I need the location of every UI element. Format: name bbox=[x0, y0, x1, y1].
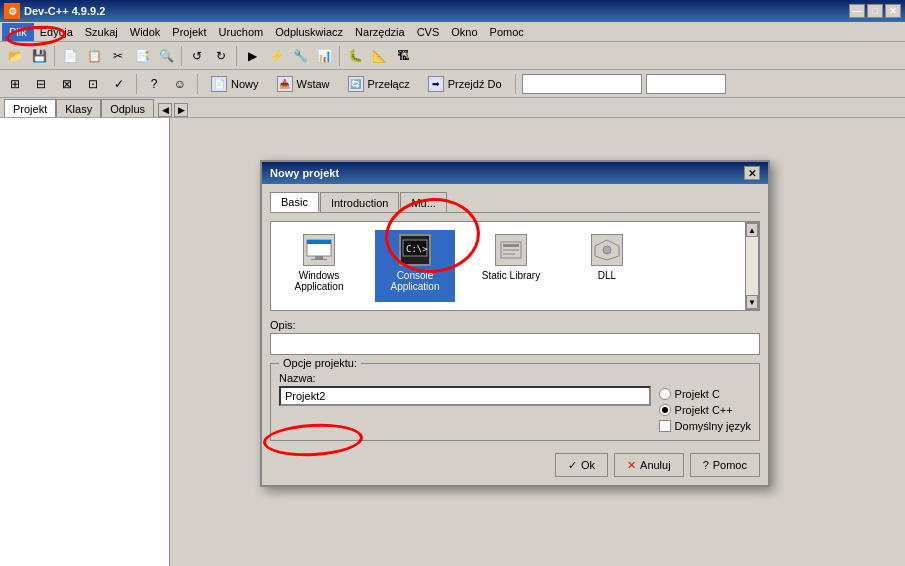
tb-goto-label-btn[interactable]: ➡ Przejdź Do bbox=[421, 73, 509, 95]
menu-cvs[interactable]: CVS bbox=[411, 23, 446, 41]
dialog-tab-intro[interactable]: Introduction bbox=[320, 192, 399, 212]
checkbox-lang-label: Domyślny język bbox=[675, 420, 751, 432]
toolbar-secondary: ⊞ ⊟ ⊠ ⊡ ✓ ? ☺ 📄 Nowy 📥 Wstaw 🔄 Przełącz … bbox=[0, 70, 905, 98]
opis-label: Opis: bbox=[270, 319, 760, 331]
switch-label: Przełącz bbox=[368, 78, 410, 90]
scrollbar-track[interactable] bbox=[746, 237, 758, 295]
radio-cpp-btn[interactable] bbox=[659, 404, 671, 416]
toolbar-dropdown1[interactable] bbox=[522, 74, 642, 94]
console-app-icon: C:\> bbox=[399, 234, 431, 266]
tb-run-btn[interactable]: ⚡ bbox=[265, 45, 287, 67]
svg-rect-8 bbox=[503, 249, 519, 251]
sep6 bbox=[197, 74, 198, 94]
dialog-tab-basic[interactable]: Basic bbox=[270, 192, 319, 212]
nazwa-section: Nazwa: bbox=[279, 372, 651, 406]
tb-switch-label-btn[interactable]: 🔄 Przełącz bbox=[341, 73, 417, 95]
menu-okno[interactable]: Okno bbox=[445, 23, 483, 41]
tb-cut-btn[interactable]: ✂ bbox=[107, 45, 129, 67]
tb-extra5[interactable]: 🏗 bbox=[392, 45, 414, 67]
project-type-windows[interactable]: Windows Application bbox=[279, 230, 359, 302]
menu-odpluskwiacz[interactable]: Odpluskwiacz bbox=[269, 23, 349, 41]
menu-widok[interactable]: Widok bbox=[124, 23, 167, 41]
project-grid-scrollbar[interactable]: ▲ ▼ bbox=[745, 222, 759, 310]
insert-icon: 📥 bbox=[277, 76, 293, 92]
panel-nav: ◀ ▶ bbox=[158, 103, 188, 117]
tb-redo-btn[interactable]: ↻ bbox=[210, 45, 232, 67]
radio-cpp-label: Projekt C++ bbox=[675, 404, 733, 416]
tb-new-btn[interactable]: 📄 bbox=[59, 45, 81, 67]
tb-smiley-btn[interactable]: ☺ bbox=[169, 73, 191, 95]
ok-check-icon: ✓ bbox=[568, 459, 577, 472]
tb-open-btn[interactable]: 📂 bbox=[4, 45, 26, 67]
tb-copy-btn[interactable]: 📋 bbox=[83, 45, 105, 67]
checkbox-lang-row: Domyślny język bbox=[659, 420, 751, 432]
insert-label: Wstaw bbox=[297, 78, 330, 90]
toolbar-dropdown2[interactable] bbox=[646, 74, 726, 94]
cancel-x-icon: ✕ bbox=[627, 459, 636, 472]
new-icon: 📄 bbox=[211, 76, 227, 92]
menu-plik[interactable]: Plik bbox=[2, 23, 34, 41]
ok-button[interactable]: ✓ Ok bbox=[555, 453, 608, 477]
svg-text:C:\>: C:\> bbox=[406, 244, 428, 254]
tab-klasy[interactable]: Klasy bbox=[56, 99, 101, 117]
tb-new-label-btn[interactable]: 📄 Nowy bbox=[204, 73, 266, 95]
project-type-console[interactable]: C:\> Console Application bbox=[375, 230, 455, 302]
tb-check-btn[interactable]: ✓ bbox=[108, 73, 130, 95]
sep5 bbox=[136, 74, 137, 94]
tb-paste-btn[interactable]: 📑 bbox=[131, 45, 153, 67]
panel-nav-prev[interactable]: ◀ bbox=[158, 103, 172, 117]
radio-c-label: Projekt C bbox=[675, 388, 720, 400]
tb-extra3[interactable]: 📊 bbox=[313, 45, 335, 67]
dialog-close-btn[interactable]: ✕ bbox=[744, 166, 760, 180]
tb-grid2-btn[interactable]: ⊟ bbox=[30, 73, 52, 95]
scrollbar-down-btn[interactable]: ▼ bbox=[746, 295, 758, 309]
tb-help-btn[interactable]: ? bbox=[143, 73, 165, 95]
help-q-icon: ? bbox=[703, 459, 709, 471]
tb-save-btn[interactable]: 💾 bbox=[28, 45, 50, 67]
radio-c-btn[interactable] bbox=[659, 388, 671, 400]
cancel-button[interactable]: ✕ Anuluj bbox=[614, 453, 684, 477]
checkbox-lang[interactable] bbox=[659, 420, 671, 432]
toolbar-main: 📂 💾 📄 📋 ✂ 📑 🔍 ↺ ↻ ▶ ⚡ 🔧 📊 🐛 📐 🏗 bbox=[0, 42, 905, 70]
tb-extra1[interactable]: 🔍 bbox=[155, 45, 177, 67]
title-bar: ⚙ Dev-C++ 4.9.9.2 — □ ✕ bbox=[0, 0, 905, 22]
goto-label: Przejdź Do bbox=[448, 78, 502, 90]
menu-pomoc[interactable]: Pomoc bbox=[484, 23, 530, 41]
maximize-btn[interactable]: □ bbox=[867, 4, 883, 18]
tb-insert-label-btn[interactable]: 📥 Wstaw bbox=[270, 73, 337, 95]
menu-projekt[interactable]: Projekt bbox=[166, 23, 212, 41]
nazwa-input[interactable] bbox=[279, 386, 651, 406]
cancel-label: Anuluj bbox=[640, 459, 671, 471]
menu-narzedzia[interactable]: Narzędzia bbox=[349, 23, 411, 41]
tb-grid-btn[interactable]: ⊞ bbox=[4, 73, 26, 95]
help-label: Pomoc bbox=[713, 459, 747, 471]
tb-grid4-btn[interactable]: ⊡ bbox=[82, 73, 104, 95]
menu-uruchom[interactable]: Uruchom bbox=[213, 23, 270, 41]
close-btn[interactable]: ✕ bbox=[885, 4, 901, 18]
panel-nav-next[interactable]: ▶ bbox=[174, 103, 188, 117]
scrollbar-up-btn[interactable]: ▲ bbox=[746, 223, 758, 237]
tb-extra4[interactable]: 📐 bbox=[368, 45, 390, 67]
menu-edycja[interactable]: Edycja bbox=[34, 23, 79, 41]
goto-icon: ➡ bbox=[428, 76, 444, 92]
dialog-tab-multi[interactable]: Mu... bbox=[400, 192, 446, 212]
project-type-static[interactable]: Static Library bbox=[471, 230, 551, 302]
svg-rect-3 bbox=[311, 259, 327, 260]
menu-szukaj[interactable]: Szukaj bbox=[79, 23, 124, 41]
tb-extra2[interactable]: 🔧 bbox=[289, 45, 311, 67]
minimize-btn[interactable]: — bbox=[849, 4, 865, 18]
project-type-dll[interactable]: DLL bbox=[567, 230, 647, 302]
tb-grid3-btn[interactable]: ⊠ bbox=[56, 73, 78, 95]
sep3 bbox=[236, 46, 237, 66]
opcje-group: Opcje projektu: Nazwa: Projekt C bbox=[270, 363, 760, 441]
svg-rect-1 bbox=[307, 240, 331, 244]
tb-debug-btn[interactable]: 🐛 bbox=[344, 45, 366, 67]
opis-box bbox=[270, 333, 760, 355]
help-button[interactable]: ? Pomoc bbox=[690, 453, 760, 477]
svg-point-11 bbox=[603, 246, 611, 254]
tab-projekt[interactable]: Projekt bbox=[4, 99, 56, 117]
tab-odplus[interactable]: Odplus bbox=[101, 99, 154, 117]
switch-icon: 🔄 bbox=[348, 76, 364, 92]
tb-undo-btn[interactable]: ↺ bbox=[186, 45, 208, 67]
tb-compile-btn[interactable]: ▶ bbox=[241, 45, 263, 67]
